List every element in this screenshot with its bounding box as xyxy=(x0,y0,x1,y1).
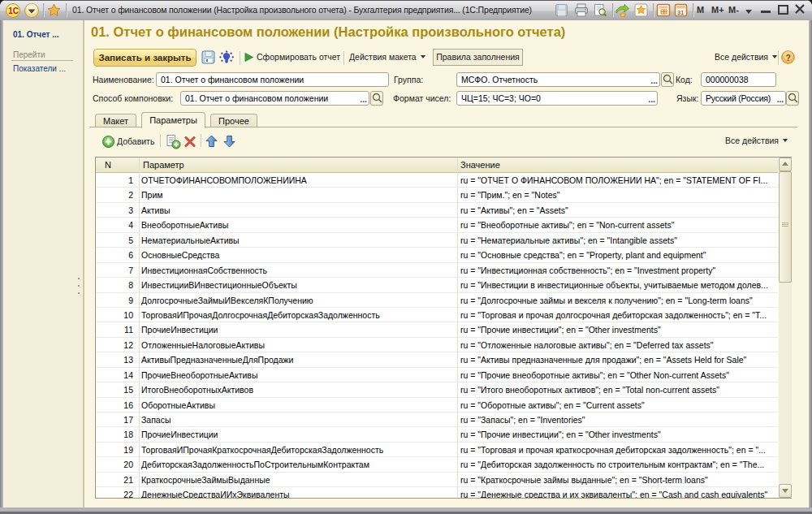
svg-text:?: ? xyxy=(786,53,791,63)
svg-text:1С: 1С xyxy=(8,6,19,15)
svg-text:31: 31 xyxy=(677,9,684,16)
